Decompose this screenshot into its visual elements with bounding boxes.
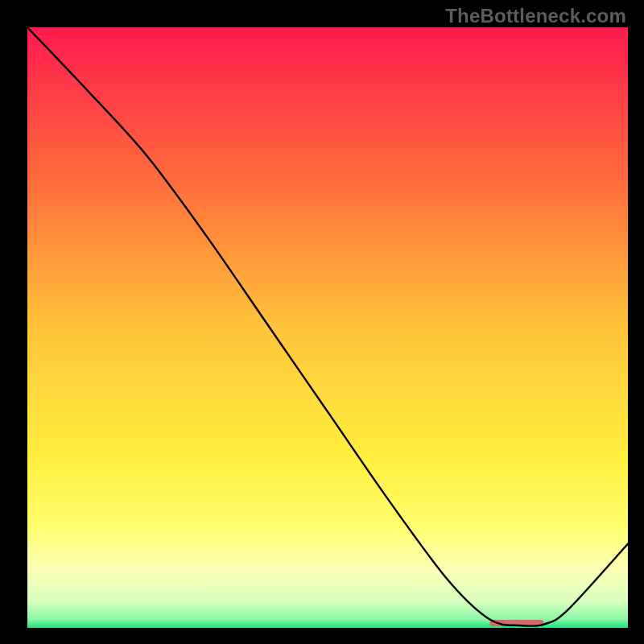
gradient-background xyxy=(27,27,628,628)
chart-svg xyxy=(27,27,628,628)
plot-area xyxy=(27,27,628,628)
watermark-label: TheBottleneck.com xyxy=(445,5,626,27)
chart-container: TheBottleneck.com xyxy=(0,0,644,644)
